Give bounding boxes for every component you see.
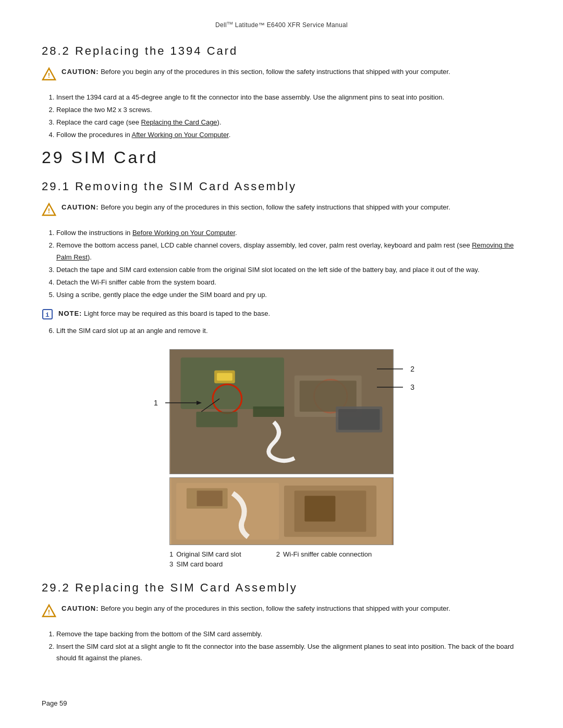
link-removing-palm-rest[interactable]: Removing the Palm Rest <box>56 241 513 261</box>
caution-28-2-text: CAUTION: Before you begin any of the pro… <box>62 66 450 77</box>
caution-29-1-icon: ! <box>42 202 56 217</box>
arrow-1 <box>160 399 202 407</box>
svg-rect-26 <box>197 491 223 507</box>
svg-rect-12 <box>295 376 362 417</box>
svg-rect-29 <box>304 496 335 521</box>
svg-line-18 <box>201 399 219 412</box>
svg-point-11 <box>314 380 347 413</box>
note-29-1-text: NOTE: Light force may be required as thi… <box>58 308 270 319</box>
circuit-board-svg <box>170 350 393 474</box>
page-footer: Page 59 <box>42 699 67 707</box>
link-replacing-card-cage[interactable]: Replacing the Card Cage <box>141 118 217 126</box>
svg-rect-17 <box>338 409 380 430</box>
doc-header: DellTM Latitude™ E6400 XFR Service Manua… <box>42 21 521 29</box>
page: DellTM Latitude™ E6400 XFR Service Manua… <box>0 0 563 728</box>
page-number: Page 59 <box>42 699 67 707</box>
step-29-1-6: Lift the SIM card slot up at an angle an… <box>56 325 521 337</box>
caption-text-2: Wi-Fi sniffer cable connection <box>283 550 372 558</box>
svg-rect-24 <box>176 483 279 539</box>
step-29-2-2: Insert the SIM card slot at a slight ang… <box>56 641 521 664</box>
steps-29-2: Remove the tape backing from the bottom … <box>56 628 521 664</box>
note-body: Light force may be required as this boar… <box>84 310 270 317</box>
step-28-2-2: Replace the two M2 x 3 screws. <box>56 104 521 116</box>
note-icon: i <box>42 309 53 320</box>
svg-rect-13 <box>300 381 357 412</box>
step-29-1-4: Detach the Wi-Fi sniffer cable from the … <box>56 277 521 288</box>
svg-marker-20 <box>197 401 202 405</box>
step-29-1-2: Remove the bottom access panel, LCD cabl… <box>56 240 521 263</box>
image-area-29-1: 1 2 3 <box>42 349 521 569</box>
caution-label: CAUTION: <box>62 68 99 76</box>
svg-point-10 <box>213 384 242 413</box>
svg-rect-23 <box>171 478 391 545</box>
svg-text:i: i <box>45 311 50 319</box>
image-label-3: 3 <box>410 383 414 391</box>
step-29-1-5: Using a scribe, gently place the edge un… <box>56 289 521 301</box>
caution-29-1-text: CAUTION: Before you begin any of the pro… <box>62 202 450 213</box>
caution-29-2-icon: ! <box>42 603 56 618</box>
caution-29-2-body: Before you begin any of the procedures i… <box>101 604 450 612</box>
caution-29-1-body: Before you begin any of the procedures i… <box>101 203 450 211</box>
caption-text-3: SIM card board <box>176 560 223 568</box>
section-29-title: 29 SIM Card <box>42 148 521 167</box>
svg-rect-8 <box>214 371 235 384</box>
svg-rect-28 <box>295 491 366 532</box>
caption-spacer <box>257 550 261 558</box>
step-28-2-3: Replace the card cage (see Replacing the… <box>56 117 521 128</box>
note-label: NOTE: <box>58 310 82 317</box>
svg-rect-16 <box>336 406 382 433</box>
caution-29-2: ! CAUTION: Before you begin any of the p… <box>42 603 521 618</box>
step-28-2-4: Follow the procedures in After Working o… <box>56 129 521 141</box>
caption-num-2: 2 <box>276 550 280 558</box>
step-29-1-6-list: Lift the SIM card slot up at an angle an… <box>56 325 521 337</box>
caption-num-1: 1 <box>169 550 173 558</box>
circuit-board-image-bottom <box>169 477 394 545</box>
svg-text:!: ! <box>47 207 51 215</box>
caution-28-2: ! CAUTION: Before you begin any of the p… <box>42 66 521 81</box>
step-29-1-3: Detach the tape and SIM card extension c… <box>56 264 521 276</box>
svg-text:!: ! <box>47 72 51 80</box>
step-29-1-1: Follow the instructions in Before Workin… <box>56 227 521 239</box>
image-label-2: 2 <box>410 365 414 373</box>
caution-29-2-text: CAUTION: Before you begin any of the pro… <box>62 603 450 614</box>
svg-text:!: ! <box>47 609 51 616</box>
caution-body: Before you begin any of the procedures i… <box>101 68 450 76</box>
circuit-board-image-top <box>169 349 394 474</box>
caution-29-2-label: CAUTION: <box>62 604 99 612</box>
steps-29-1: Follow the instructions in Before Workin… <box>56 227 521 301</box>
svg-rect-6 <box>170 350 393 474</box>
steps-28-2: Insert the 1394 card at a 45-degree angl… <box>56 92 521 141</box>
caption-num-3: 3 <box>169 560 173 568</box>
section-29-1-title: 29.1 Removing the SIM Card Assembly <box>42 180 521 193</box>
step-28-2-1: Insert the 1394 card at a 45-degree angl… <box>56 92 521 103</box>
arrow-2 <box>377 365 408 373</box>
svg-rect-9 <box>217 373 232 381</box>
caption-text-1: Original SIM card slot <box>176 550 241 558</box>
caution-29-1: ! CAUTION: Before you begin any of the p… <box>42 202 521 217</box>
bottom-image-svg <box>170 478 393 545</box>
caution-icon: ! <box>42 67 56 81</box>
section-29-2-title: 29.2 Replacing the SIM Card Assembly <box>42 581 521 595</box>
svg-rect-14 <box>196 412 237 427</box>
section-28-2-title: 28.2 Replacing the 1394 Card <box>42 44 521 58</box>
link-after-working[interactable]: After Working on Your Computer <box>132 131 229 139</box>
svg-rect-25 <box>187 488 228 509</box>
link-before-working[interactable]: Before Working on Your Computer <box>132 229 235 237</box>
step-29-2-1: Remove the tape backing from the bottom … <box>56 628 521 640</box>
svg-rect-15 <box>253 406 284 417</box>
svg-rect-27 <box>284 486 376 537</box>
image-label-1: 1 <box>154 399 158 407</box>
arrow-3 <box>377 383 408 391</box>
caution-29-1-label: CAUTION: <box>62 203 99 211</box>
note-29-1: i NOTE: Light force may be required as t… <box>42 308 521 320</box>
doc-title: DellTM Latitude™ E6400 XFR Service Manua… <box>215 21 348 29</box>
image-caption: 1 Original SIM card slot 2 Wi-Fi sniffer… <box>169 550 394 568</box>
